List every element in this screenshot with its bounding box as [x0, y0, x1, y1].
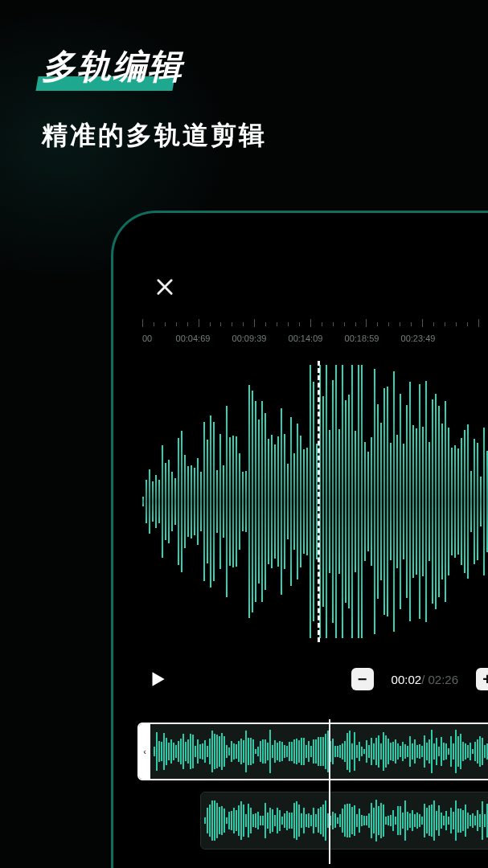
track-1: ‹: [137, 723, 488, 780]
phone-screen: 导 0000:04:6900:09:3900:14:0900:18:5900:2…: [125, 224, 488, 868]
transport-bar: − 00:02 / 02:26 +: [147, 660, 488, 698]
ruler-label: 00: [142, 334, 165, 343]
ruler-label: 00:23:49: [390, 334, 446, 343]
current-time: 00:02: [392, 673, 422, 686]
zoom-in-button[interactable]: +: [476, 668, 488, 690]
phone-frame: 导 0000:04:6900:09:3900:14:0900:18:5900:2…: [111, 211, 488, 868]
ruler-labels: 0000:04:6900:09:3900:14:0900:18:5900:23:…: [142, 334, 488, 343]
play-button[interactable]: [147, 669, 168, 690]
ruler-label: 00:18:59: [334, 334, 390, 343]
playhead-indicator[interactable]: [318, 361, 320, 642]
track-area: ‹: [137, 723, 488, 861]
ruler-label: 00:09:39: [221, 334, 277, 343]
ruler-label: 00:04:69: [165, 334, 221, 343]
total-time: / 02:26: [421, 673, 458, 686]
ruler-label: 00:14:09: [277, 334, 334, 343]
zoom-out-button[interactable]: −: [351, 668, 374, 690]
page-subtitle: 精准的多轨道剪辑: [42, 118, 267, 154]
time-display: 00:02 / 02:26: [392, 673, 458, 686]
audio-clip-1[interactable]: ‹: [137, 723, 488, 780]
track-playhead[interactable]: [329, 719, 330, 864]
main-waveform[interactable]: [125, 361, 488, 642]
timeline-ruler[interactable]: 0000:04:6900:09:3900:14:0900:18:5900:23:…: [142, 319, 488, 350]
page-title: 多轨编辑: [42, 44, 183, 89]
audio-clip-2[interactable]: [200, 792, 488, 850]
track-2: [137, 792, 488, 850]
close-icon[interactable]: [154, 276, 176, 298]
editor-topbar: 导: [154, 269, 488, 305]
clip-handle-left[interactable]: ‹: [139, 724, 150, 779]
headline-block: 多轨编辑 精准的多轨道剪辑: [42, 44, 267, 154]
